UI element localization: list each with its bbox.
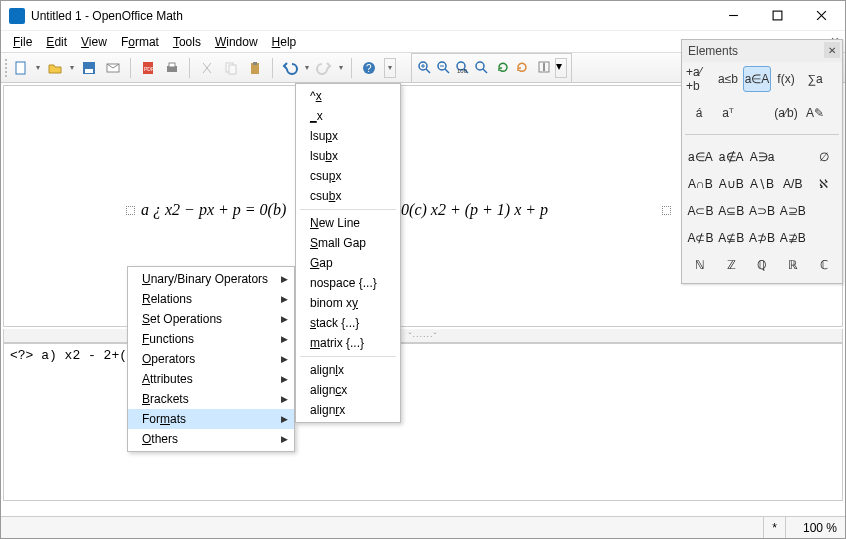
ctx-item[interactable]: Others▶ (128, 429, 294, 449)
palette-symbol[interactable]: ℝ (778, 253, 807, 277)
new-dropdown[interactable]: ▾ (34, 63, 42, 72)
svg-point-28 (476, 62, 484, 70)
palette-symbol[interactable]: A⊉B (778, 226, 807, 250)
palette-symbol[interactable]: ℵ (809, 172, 838, 196)
panel-close-icon[interactable]: ✕ (824, 42, 840, 58)
svg-line-29 (483, 69, 487, 73)
open-dropdown[interactable]: ▾ (68, 63, 76, 72)
ctx-item[interactable]: alignr x (296, 400, 400, 420)
palette-symbol[interactable]: A⊆B (717, 199, 746, 223)
help-icon[interactable]: ? (358, 57, 380, 79)
palette-tile[interactable]: a∈A (743, 66, 771, 92)
palette-symbol[interactable]: A⊂B (686, 199, 715, 223)
ctx-item[interactable]: ^x (296, 86, 400, 106)
palette-tile[interactable]: +a⁄+b (685, 66, 713, 92)
menu-format[interactable]: Format (115, 33, 165, 51)
palette-symbol[interactable]: A⊈B (717, 226, 746, 250)
zoom-fit-icon[interactable] (473, 59, 489, 78)
ctx-item[interactable]: Formats▶ (128, 409, 294, 429)
cut-icon[interactable] (196, 57, 218, 79)
svg-line-19 (426, 69, 430, 73)
new-document-icon[interactable] (10, 57, 32, 79)
ctx-item[interactable]: nospace {...} (296, 273, 400, 293)
mail-icon[interactable] (102, 57, 124, 79)
palette-symbol[interactable]: ℚ (748, 253, 777, 277)
palette-symbol[interactable]: A⊄B (686, 226, 715, 250)
palette-symbol[interactable]: a∉A (717, 145, 746, 169)
palette-symbol[interactable]: A∋a (748, 145, 777, 169)
palette-symbol[interactable]: ℂ (809, 253, 838, 277)
palette-symbol[interactable]: A⊇B (778, 199, 807, 223)
minimize-button[interactable] (711, 2, 755, 30)
palette-symbol[interactable]: A⊃B (748, 199, 777, 223)
ctx-item[interactable]: Operators▶ (128, 349, 294, 369)
open-icon[interactable] (44, 57, 66, 79)
palette-symbol[interactable]: A/B (778, 172, 807, 196)
palette-symbol[interactable]: A∩B (686, 172, 715, 196)
print-icon[interactable] (161, 57, 183, 79)
menu-window[interactable]: Window (209, 33, 264, 51)
ctx-item[interactable]: matrix {...} (296, 333, 400, 353)
palette-tile[interactable] (743, 100, 771, 126)
toolbar-overflow[interactable]: ▾ (384, 58, 396, 78)
pdf-icon[interactable]: PDF (137, 57, 159, 79)
ctx-item[interactable]: lsub x (296, 146, 400, 166)
palette-symbol[interactable]: ∅ (809, 145, 838, 169)
redo-icon[interactable] (313, 57, 335, 79)
menu-file[interactable]: File (7, 33, 38, 51)
palette-symbol[interactable]: ℕ (686, 253, 715, 277)
toolbar2-overflow[interactable]: ▾ (555, 58, 567, 78)
status-bar: * 100 % (1, 516, 845, 538)
palette-tile[interactable]: ∑a (801, 66, 829, 92)
palette-symbol[interactable]: a∈A (686, 145, 715, 169)
ctx-item[interactable]: Gap (296, 253, 400, 273)
close-button[interactable] (799, 2, 843, 30)
ctx-item[interactable]: alignl x (296, 360, 400, 380)
palette-symbol[interactable]: A∖B (748, 172, 777, 196)
svg-rect-11 (169, 63, 175, 67)
palette-symbol[interactable]: A⊅B (748, 226, 777, 250)
ctx-item[interactable]: Brackets▶ (128, 389, 294, 409)
palette-tile[interactable]: aᵀ (714, 100, 742, 126)
grip-icon (5, 59, 8, 77)
maximize-button[interactable] (755, 2, 799, 30)
save-icon[interactable] (78, 57, 100, 79)
ctx-item[interactable]: Set Operations▶ (128, 309, 294, 329)
menu-tools[interactable]: Tools (167, 33, 207, 51)
ctx-item[interactable]: Attributes▶ (128, 369, 294, 389)
menu-view[interactable]: View (75, 33, 113, 51)
palette-tile[interactable]: á (685, 100, 713, 126)
menu-help[interactable]: Help (266, 33, 303, 51)
ctx-item[interactable]: alignc x (296, 380, 400, 400)
ctx-item[interactable]: csup x (296, 166, 400, 186)
zoom-100-icon[interactable]: 100 (454, 59, 470, 78)
palette-tile[interactable]: a≤b (714, 66, 742, 92)
palette-symbol[interactable]: A∪B (717, 172, 746, 196)
ctx-item[interactable]: New Line (296, 213, 400, 233)
refresh-icon[interactable] (495, 59, 511, 78)
ctx-item[interactable]: _x (296, 106, 400, 126)
undo-dropdown[interactable]: ▾ (303, 63, 311, 72)
paste-icon[interactable] (244, 57, 266, 79)
palette-symbol[interactable]: ℤ (717, 253, 746, 277)
zoom-in-icon[interactable] (416, 59, 432, 78)
copy-icon[interactable] (220, 57, 242, 79)
ctx-item[interactable]: Small Gap (296, 233, 400, 253)
undo-icon[interactable] (279, 57, 301, 79)
redo-dropdown[interactable]: ▾ (337, 63, 345, 72)
ctx-item[interactable]: binom x y (296, 293, 400, 313)
ctx-item[interactable]: Unary/Binary Operators▶ (128, 269, 294, 289)
ctx-item[interactable]: csub x (296, 186, 400, 206)
formula-cursor-icon[interactable] (536, 59, 552, 78)
palette-tile[interactable]: (a⁄b) (772, 100, 800, 126)
ctx-item[interactable]: Functions▶ (128, 329, 294, 349)
ctx-item[interactable]: lsup x (296, 126, 400, 146)
palette-tile[interactable]: f(x) (772, 66, 800, 92)
menu-edit[interactable]: Edit (40, 33, 73, 51)
palette-tile[interactable]: A✎ (801, 100, 829, 126)
ctx-item[interactable]: Relations▶ (128, 289, 294, 309)
zoom-out-icon[interactable] (435, 59, 451, 78)
ctx-item[interactable]: stack {...} (296, 313, 400, 333)
status-zoom[interactable]: 100 % (785, 517, 845, 538)
auto-update-icon[interactable] (514, 59, 530, 78)
